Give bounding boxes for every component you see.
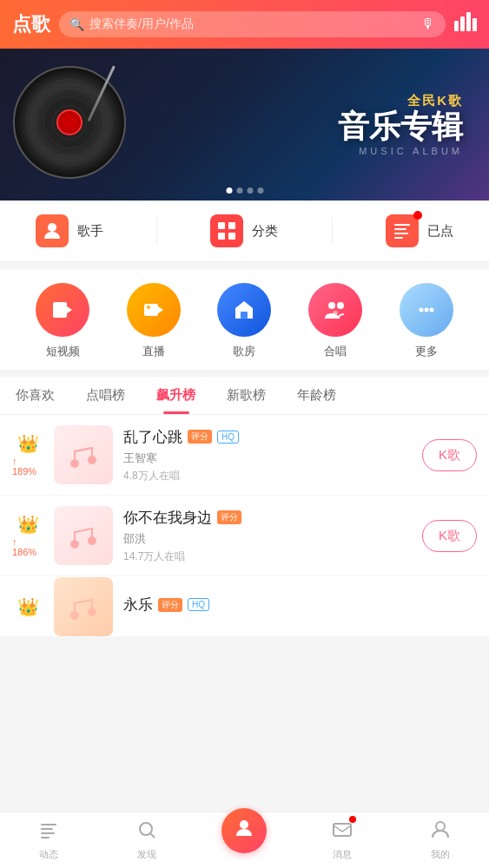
- svg-rect-15: [144, 304, 158, 316]
- banner-title: 音乐专辑: [338, 109, 463, 144]
- svg-rect-0: [454, 21, 459, 31]
- dynamics-label: 动态: [39, 848, 58, 861]
- song-item-3[interactable]: 👑 永乐 评分 HQ: [0, 576, 489, 637]
- svg-point-25: [429, 308, 433, 312]
- header: 点歌 🔍 搜索伴奏/用户/作品 🎙: [0, 0, 489, 49]
- svg-rect-8: [228, 233, 235, 240]
- svg-rect-2: [466, 12, 471, 31]
- profile-label: 我的: [431, 848, 450, 861]
- svg-rect-7: [218, 233, 225, 240]
- song-room-icon: [217, 283, 271, 337]
- svg-rect-40: [334, 824, 351, 836]
- svg-marker-16: [158, 306, 163, 313]
- svg-point-30: [88, 536, 96, 545]
- rank-badge-3: 👑: [12, 596, 43, 617]
- banner[interactable]: 全民K歌 音乐专辑 MUSIC ALBUM: [0, 49, 489, 201]
- search-icon: 🔍: [69, 17, 84, 31]
- svg-point-39: [240, 820, 248, 829]
- tab-order-chart[interactable]: 点唱榜: [70, 377, 141, 414]
- feature-short-video[interactable]: 短视频: [36, 283, 89, 359]
- svg-line-28: [75, 448, 92, 451]
- svg-rect-13: [53, 302, 67, 318]
- sing-circle: [221, 808, 267, 853]
- profile-icon: [430, 819, 451, 845]
- feature-live[interactable]: 直播: [127, 283, 181, 359]
- nav-profile[interactable]: 我的: [391, 814, 489, 866]
- svg-point-41: [436, 822, 445, 831]
- live-icon: [127, 283, 181, 337]
- k-button-1[interactable]: K歌: [422, 439, 477, 471]
- svg-rect-11: [394, 233, 408, 234]
- svg-point-24: [424, 308, 428, 312]
- svg-rect-36: [41, 837, 50, 838]
- svg-point-37: [140, 823, 152, 835]
- tab-new-songs[interactable]: 新歌榜: [211, 377, 281, 414]
- nav-dynamics[interactable]: 动态: [0, 814, 98, 866]
- discover-icon: [136, 819, 157, 845]
- svg-point-31: [70, 611, 79, 620]
- banner-en: MUSIC ALBUM: [338, 146, 463, 156]
- k-button-2[interactable]: K歌: [422, 520, 477, 552]
- svg-point-22: [333, 311, 338, 314]
- svg-rect-35: [41, 832, 55, 834]
- song-list: 👑 ↑ 189% 乱了心跳 评分 HQ 王智寒 4.8万人在唱: [0, 415, 489, 637]
- song-title-1: 乱了心跳: [123, 427, 182, 447]
- nav-category[interactable]: 分类: [210, 214, 278, 247]
- feature-song-room[interactable]: 歌房: [217, 283, 271, 359]
- chart-tabs: 你喜欢 点唱榜 飙升榜 新歌榜 年龄榜: [0, 377, 489, 415]
- svg-point-21: [337, 302, 344, 309]
- tab-likes[interactable]: 你喜欢: [0, 377, 70, 414]
- messages-icon: [332, 819, 353, 845]
- nav-sing[interactable]: [195, 825, 294, 856]
- svg-rect-19: [241, 312, 248, 319]
- app-title: 点歌: [12, 11, 50, 37]
- divider-1: [156, 218, 157, 244]
- tab-soaring-chart[interactable]: 飙升榜: [141, 377, 211, 414]
- svg-point-32: [88, 608, 96, 616]
- song-thumb-1: [54, 425, 113, 484]
- vinyl-decoration: [9, 57, 139, 192]
- messages-label: 消息: [333, 848, 352, 861]
- search-placeholder: 搜索伴奏/用户/作品: [89, 16, 416, 32]
- category-label: 分类: [252, 223, 278, 240]
- hq-tag-1: HQ: [217, 431, 239, 444]
- discover-label: 发现: [137, 848, 156, 861]
- pingfen-tag-1: 评分: [188, 430, 212, 444]
- song-count-2: 14.7万人在唱: [123, 549, 412, 564]
- dot-3: [247, 187, 253, 194]
- svg-rect-33: [41, 824, 56, 825]
- banner-dots: [226, 187, 263, 194]
- banner-text: 全民K歌 音乐专辑 MUSIC ALBUM: [338, 93, 463, 156]
- nav-singer[interactable]: 歌手: [36, 214, 103, 247]
- divider-2: [332, 218, 333, 244]
- svg-rect-9: [394, 224, 410, 226]
- svg-point-23: [419, 308, 423, 312]
- starred-icon: [386, 214, 419, 247]
- song-item-1[interactable]: 👑 ↑ 189% 乱了心跳 评分 HQ 王智寒 4.8万人在唱: [0, 415, 489, 496]
- feature-duet[interactable]: 合唱: [308, 283, 362, 359]
- song-item-2[interactable]: 👑 ↑ 186% 你不在我身边 评分 邵洪 14.7万人在唱 K歌: [0, 496, 489, 576]
- feature-more[interactable]: 更多: [400, 283, 453, 359]
- song-info-2: 你不在我身边 评分 邵洪 14.7万人在唱: [123, 508, 412, 564]
- bottom-nav: 动态 发现 消息: [0, 812, 489, 868]
- song-title-3: 永乐: [123, 595, 153, 615]
- nav-starred[interactable]: 已点: [386, 214, 453, 247]
- quick-nav: 歌手 分类 已点: [0, 201, 489, 262]
- hq-tag-3: HQ: [188, 598, 209, 611]
- short-video-label: 短视频: [46, 344, 80, 359]
- singer-label: 歌手: [77, 223, 103, 240]
- svg-rect-12: [394, 237, 403, 239]
- svg-line-38: [150, 833, 155, 838]
- svg-rect-5: [218, 222, 225, 229]
- sing-icon: [233, 817, 255, 845]
- chart-icon[interactable]: [454, 12, 477, 36]
- svg-point-29: [70, 540, 79, 549]
- search-bar[interactable]: 🔍 搜索伴奏/用户/作品 🎙: [59, 11, 446, 37]
- mic-icon[interactable]: 🎙: [421, 16, 435, 32]
- svg-rect-34: [41, 828, 53, 830]
- svg-rect-3: [472, 18, 477, 31]
- tab-age-chart[interactable]: 年龄榜: [281, 377, 352, 414]
- nav-messages[interactable]: 消息: [294, 814, 392, 866]
- song-info-1: 乱了心跳 评分 HQ 王智寒 4.8万人在唱: [123, 427, 412, 483]
- nav-discover[interactable]: 发现: [98, 814, 196, 866]
